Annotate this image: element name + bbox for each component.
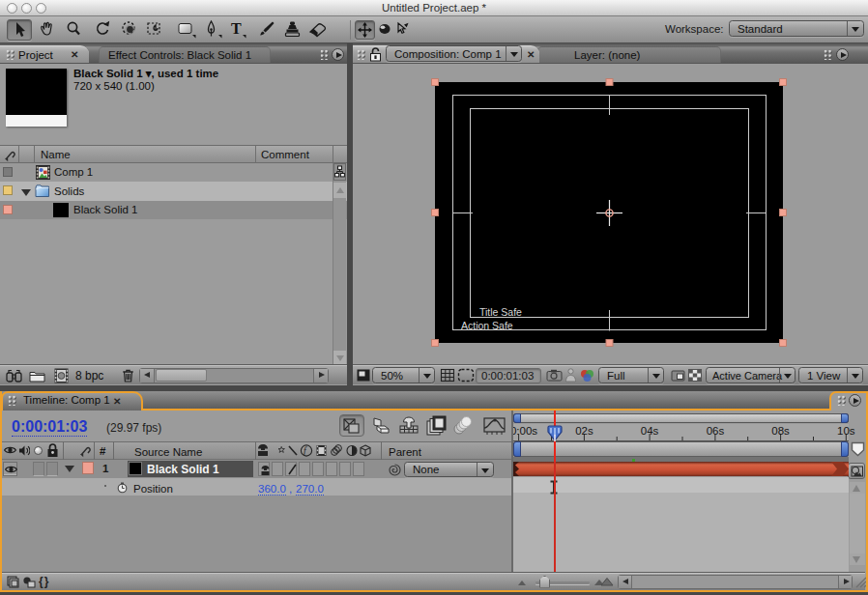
- svg-text:08s: 08s: [771, 425, 790, 437]
- svg-text:Title Safe: Title Safe: [479, 306, 522, 318]
- svg-text:T: T: [231, 20, 242, 37]
- svg-text:10s: 10s: [837, 425, 855, 437]
- svg-text:Action Safe: Action Safe: [461, 320, 513, 331]
- svg-text:02s: 02s: [575, 425, 593, 437]
- svg-text:f: f: [304, 446, 307, 456]
- svg-text:06s: 06s: [707, 425, 725, 437]
- svg-text:04s: 04s: [641, 425, 659, 437]
- svg-text:0:00s: 0:00s: [513, 425, 537, 437]
